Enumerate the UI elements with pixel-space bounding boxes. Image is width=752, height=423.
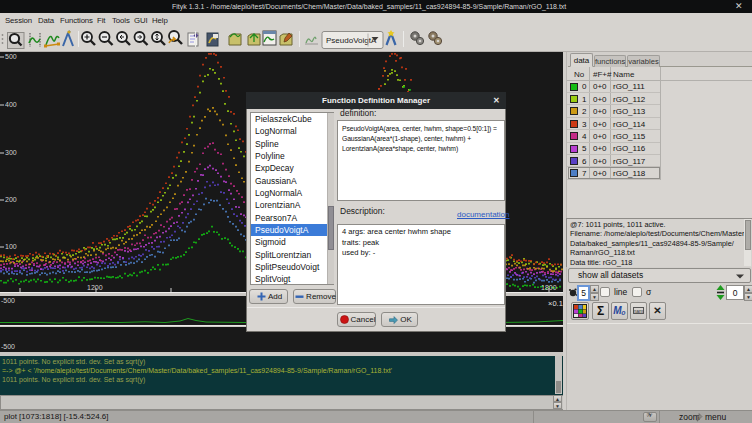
svg-text:PseudoVoigtA: PseudoVoigtA [326, 36, 377, 45]
